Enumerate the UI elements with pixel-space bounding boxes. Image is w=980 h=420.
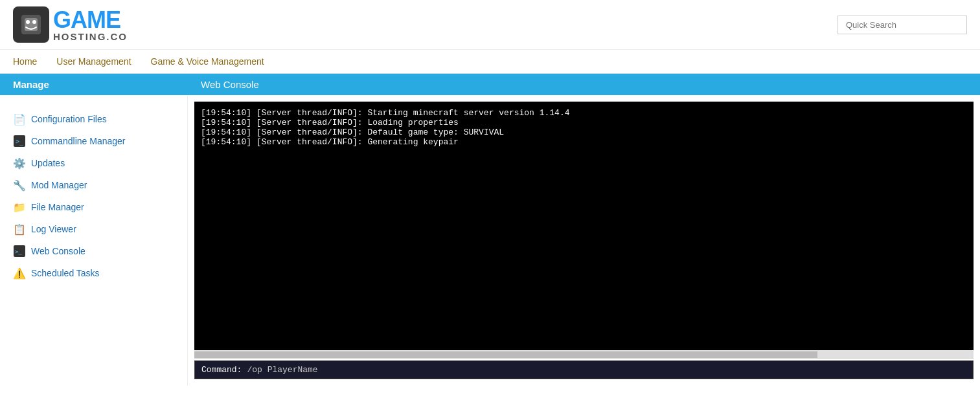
- sidebar-item-web-console[interactable]: >_ Web Console: [0, 240, 187, 262]
- svg-point-3: [32, 20, 36, 24]
- mod-manager-icon: 🔧: [13, 179, 26, 192]
- sidebar-item-updates[interactable]: ⚙️ Updates: [0, 152, 187, 174]
- sidebar: 📄 Configuration Files >_ Commandline Man…: [0, 95, 188, 386]
- sidebar-item-scheduled-tasks[interactable]: ⚠️ Scheduled Tasks: [0, 262, 187, 284]
- sidebar-item-log-viewer[interactable]: 📋 Log Viewer: [0, 218, 187, 240]
- svg-point-2: [26, 20, 30, 24]
- console-scrollbar-thumb: [194, 351, 817, 358]
- quick-search-input[interactable]: [838, 16, 967, 34]
- file-manager-icon: 📁: [13, 201, 26, 214]
- console-scrollbar[interactable]: [194, 350, 974, 359]
- nav-user-management[interactable]: User Management: [56, 56, 131, 67]
- manage-bar: Manage Web Console: [0, 74, 980, 95]
- sidebar-item-label: Commandline Manager: [31, 136, 126, 146]
- commandline-manager-icon: >_: [13, 135, 26, 148]
- scheduled-tasks-icon: ⚠️: [13, 267, 26, 280]
- console-command-input[interactable]: [247, 365, 966, 375]
- log-viewer-icon: 📋: [13, 223, 26, 236]
- console-command-label: Command:: [201, 365, 242, 375]
- configuration-files-icon: 📄: [13, 113, 26, 126]
- logo-game-text: GAME: [53, 8, 128, 32]
- console-command-bar: Command:: [194, 360, 974, 379]
- sidebar-item-label: Log Viewer: [31, 224, 76, 234]
- main-layout: 📄 Configuration Files >_ Commandline Man…: [0, 95, 980, 386]
- header: GAME HOSTING.CO: [0, 0, 980, 50]
- sidebar-item-mod-manager[interactable]: 🔧 Mod Manager: [0, 174, 187, 196]
- console-output: [19:54:10] [Server thread/INFO]: Startin…: [194, 102, 974, 350]
- sidebar-item-label: Updates: [31, 158, 65, 168]
- sidebar-item-label: File Manager: [31, 202, 84, 212]
- logo-icon: [13, 6, 49, 43]
- nav-game-voice-management[interactable]: Game & Voice Management: [151, 56, 264, 67]
- sidebar-item-label: Mod Manager: [31, 180, 87, 190]
- sidebar-item-label: Web Console: [31, 246, 85, 256]
- sidebar-item-file-manager[interactable]: 📁 File Manager: [0, 196, 187, 218]
- svg-text:>_: >_: [15, 249, 22, 255]
- logo-hosting-text: HOSTING.CO: [53, 32, 128, 41]
- manage-label: Manage: [0, 74, 188, 95]
- sidebar-item-label: Configuration Files: [31, 114, 107, 124]
- logo-area: GAME HOSTING.CO: [13, 6, 128, 43]
- updates-icon: ⚙️: [13, 157, 26, 170]
- web-console-icon: >_: [13, 245, 26, 258]
- nav-home[interactable]: Home: [13, 56, 37, 67]
- logo-text: GAME HOSTING.CO: [53, 8, 128, 41]
- console-area: [19:54:10] [Server thread/INFO]: Startin…: [188, 95, 980, 386]
- manage-section-title: Web Console: [188, 74, 980, 95]
- sidebar-item-label: Scheduled Tasks: [31, 268, 100, 278]
- svg-text:>_: >_: [16, 138, 24, 146]
- main-nav: Home User Management Game & Voice Manage…: [0, 50, 980, 74]
- sidebar-item-configuration-files[interactable]: 📄 Configuration Files: [0, 108, 187, 130]
- sidebar-item-commandline-manager[interactable]: >_ Commandline Manager: [0, 130, 187, 152]
